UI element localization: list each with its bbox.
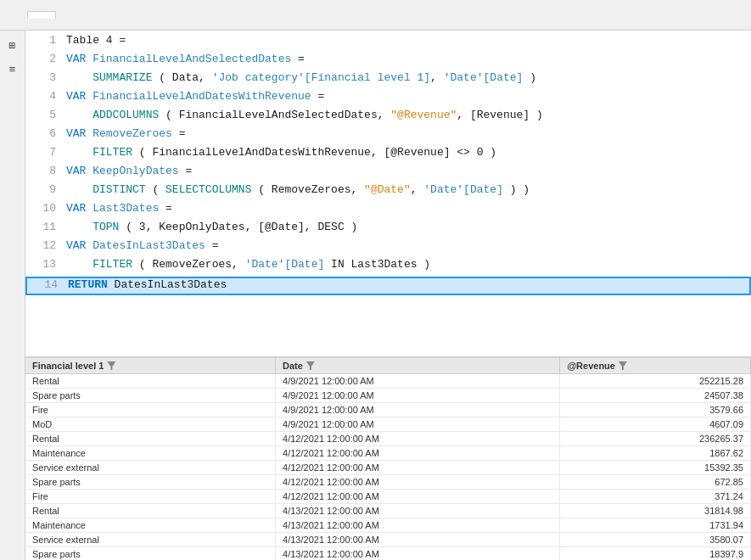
- plain-text: , [Revenue] ): [457, 109, 542, 121]
- table-row[interactable]: Rental4/12/2021 12:00:00 AM236265.37: [25, 432, 751, 446]
- table-cell: Rental: [25, 432, 276, 446]
- reference: FinancialLevelAndSelectedDates: [92, 53, 291, 65]
- line-number: 12: [32, 239, 56, 252]
- code-editor[interactable]: 1Table 4 =2VAR FinancialLevelAndSelected…: [25, 31, 751, 356]
- table-cell: 4/13/2021 12:00:00 AM: [276, 504, 560, 518]
- table-cell: Rental: [25, 374, 276, 389]
- line-number: 1: [32, 34, 56, 47]
- plain-text: ( FinancialLevelAndDatesWithRevenue, [@R…: [132, 146, 496, 159]
- table-cell: 3579.66: [560, 403, 751, 417]
- code-content: VAR Last3Dates =: [66, 202, 172, 215]
- table-row[interactable]: Spare parts4/12/2021 12:00:00 AM672.85: [25, 475, 751, 490]
- tab-label[interactable]: [27, 11, 56, 19]
- line-number: 10: [32, 202, 56, 215]
- table-row[interactable]: Maintenance4/12/2021 12:00:00 AM1867.62: [25, 446, 751, 461]
- code-content: TOPN ( 3, KeepOnlyDates, [@Date], DESC ): [66, 221, 357, 233]
- code-content: VAR DatesInLast3Dates =: [66, 239, 218, 252]
- table-cell: 24507.38: [560, 389, 751, 403]
- line-number: 6: [32, 127, 56, 140]
- keyword: VAR: [66, 202, 92, 215]
- table-row[interactable]: MoD4/9/2021 12:00:00 AM4607.09: [25, 417, 751, 432]
- table-row[interactable]: Service external4/13/2021 12:00:00 AM358…: [25, 533, 751, 547]
- column-label: Date: [283, 361, 303, 371]
- code-line-11: 11 TOPN ( 3, KeepOnlyDates, [@Date], DES…: [25, 221, 751, 239]
- data-table-container[interactable]: Financial level 1Date@Revenue Rental4/9/…: [25, 356, 751, 560]
- grid-icon[interactable]: ⊞: [4, 37, 21, 54]
- code-line-9: 9 DISTINCT ( SELECTCOLUMNS ( RemoveZeroe…: [25, 183, 751, 202]
- plain-text: (: [146, 183, 165, 196]
- table-cell: 31814.98: [560, 504, 751, 518]
- line-number: 11: [32, 221, 56, 233]
- content-area: ⊞ ≡ 1Table 4 =2VAR FinancialLevelAndSele…: [0, 31, 751, 560]
- plain-text: ,: [430, 71, 444, 84]
- check-icon[interactable]: [17, 14, 24, 17]
- plain-text: [66, 71, 92, 84]
- keyword: VAR: [66, 53, 92, 65]
- plain-text: [66, 109, 92, 121]
- reference: 'Date'[Date]: [423, 183, 503, 196]
- table-row[interactable]: Spare parts4/9/2021 12:00:00 AM24507.38: [25, 389, 751, 403]
- code-content: Table 4 =: [66, 34, 126, 47]
- table-cell: Fire: [25, 403, 276, 417]
- code-line-7: 7 FILTER ( FinancialLevelAndDatesWithRev…: [25, 146, 751, 165]
- filter-icon[interactable]: [306, 361, 315, 370]
- code-line-14: 14RETURN DatesInLast3Dates: [25, 277, 751, 295]
- plain-text: ): [523, 71, 536, 84]
- table-row[interactable]: Fire4/9/2021 12:00:00 AM3579.66: [25, 403, 751, 417]
- plain-text: DatesInLast3Dates: [108, 278, 227, 291]
- line-number: 2: [32, 53, 56, 65]
- keyword: VAR: [66, 127, 92, 140]
- table-cell: 1731.94: [560, 518, 751, 533]
- keyword: VAR: [66, 165, 92, 177]
- code-line-1: 1Table 4 =: [25, 34, 751, 53]
- function: DISTINCT: [92, 183, 145, 196]
- table-cell: Service external: [25, 533, 276, 547]
- table-row[interactable]: Maintenance4/13/2021 12:00:00 AM1731.94: [25, 518, 751, 533]
- function: SUMMARIZE: [92, 71, 152, 84]
- table-cell: 371.24: [560, 490, 751, 504]
- keyword: VAR: [66, 239, 92, 252]
- code-line-12: 12VAR DatesInLast3Dates =: [25, 239, 751, 258]
- code-line-2: 2VAR FinancialLevelAndSelectedDates =: [25, 53, 751, 71]
- code-line-8: 8VAR KeepOnlyDates =: [25, 165, 751, 183]
- table-cell: Maintenance: [25, 518, 276, 533]
- table-cell: Spare parts: [25, 547, 276, 561]
- reference: 'Date'[Date]: [245, 258, 325, 271]
- line-number: 3: [32, 71, 56, 84]
- plain-text: =: [159, 202, 172, 215]
- plain-text: =: [179, 165, 193, 177]
- table-row[interactable]: Spare parts4/13/2021 12:00:00 AM18397.9: [25, 547, 751, 561]
- editor-area: 1Table 4 =2VAR FinancialLevelAndSelected…: [25, 31, 751, 560]
- function: ADDCOLUMNS: [92, 109, 159, 121]
- table-cell: MoD: [25, 417, 276, 432]
- table-column-header[interactable]: Financial level 1: [25, 358, 276, 374]
- code-content: RETURN DatesInLast3Dates: [68, 278, 227, 291]
- tab-area: [7, 11, 56, 19]
- table-row[interactable]: Fire4/12/2021 12:00:00 AM371.24: [25, 490, 751, 504]
- list-icon[interactable]: ≡: [4, 61, 21, 78]
- line-number: 14: [34, 278, 58, 291]
- table-row[interactable]: Rental4/9/2021 12:00:00 AM252215.28: [25, 374, 751, 389]
- table-cell: 4/13/2021 12:00:00 AM: [276, 547, 560, 561]
- table-column-header[interactable]: @Revenue: [560, 358, 751, 374]
- function: SELECTCOLUMNS: [165, 183, 251, 196]
- close-icon[interactable]: [7, 14, 14, 17]
- code-content: FILTER ( RemoveZeroes, 'Date'[Date] IN L…: [66, 258, 430, 271]
- table-row[interactable]: Rental4/13/2021 12:00:00 AM31814.98: [25, 504, 751, 518]
- table-cell: 672.85: [560, 475, 751, 490]
- table-column-header[interactable]: Date: [276, 358, 560, 374]
- table-cell: 4/9/2021 12:00:00 AM: [276, 389, 560, 403]
- code-line-3: 3 SUMMARIZE ( Data, 'Job category'[Finan…: [25, 71, 751, 90]
- plain-text: Table 4 =: [66, 34, 126, 47]
- filter-icon[interactable]: [619, 361, 627, 370]
- code-content: VAR FinancialLevelAndDatesWithRevenue =: [66, 90, 324, 103]
- filter-icon[interactable]: [107, 361, 115, 370]
- table-cell: 4/9/2021 12:00:00 AM: [276, 403, 560, 417]
- table-cell: 4/12/2021 12:00:00 AM: [276, 490, 560, 504]
- line-number: 13: [32, 258, 56, 271]
- reference: KeepOnlyDates: [92, 165, 178, 177]
- code-content: VAR RemoveZeroes =: [66, 127, 185, 140]
- plain-text: ( RemoveZeroes,: [132, 258, 245, 271]
- table-row[interactable]: Service external4/12/2021 12:00:00 AM153…: [25, 461, 751, 475]
- table-cell: Spare parts: [25, 475, 276, 490]
